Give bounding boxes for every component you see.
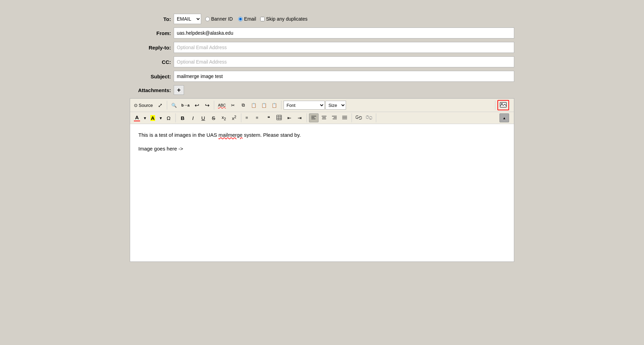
font-color-underline	[134, 121, 140, 121]
italic-icon: I	[192, 115, 194, 121]
redo-button[interactable]: ↪	[202, 101, 212, 110]
strikethrough-icon: S	[212, 115, 215, 121]
skip-duplicates-label[interactable]: Skip any duplicates	[260, 16, 308, 22]
align-right-button[interactable]	[330, 113, 339, 122]
size-select[interactable]: Size	[325, 101, 346, 110]
replace-button[interactable]: b→a	[180, 101, 191, 110]
from-label: From:	[130, 30, 171, 36]
find-button[interactable]: 🔍	[169, 101, 179, 110]
recipient-type-group: Banner ID Email	[205, 16, 256, 22]
scroll-up-button[interactable]: ▲	[499, 113, 509, 122]
scroll-group: ▲	[499, 113, 511, 122]
redo-icon: ↪	[205, 102, 209, 109]
bold-button[interactable]: B	[178, 113, 187, 122]
font-color-group: A ▾ A ▾ Ω	[132, 113, 176, 122]
align-left-icon	[311, 115, 317, 121]
highlight-color-dropdown[interactable]: ▾	[158, 113, 163, 122]
from-row: From: uas.helpdesk@alaska.edu	[130, 27, 514, 38]
undo-icon: ↩	[195, 102, 199, 109]
cut-button[interactable]: ✂	[228, 101, 238, 110]
reply-to-label: Reply-to:	[130, 45, 171, 51]
unlink-icon	[366, 115, 372, 121]
font-select[interactable]: Font	[284, 101, 325, 110]
superscript-button[interactable]: x2	[229, 113, 239, 122]
paste-button[interactable]: 📋	[249, 101, 258, 110]
svg-line-22	[367, 115, 371, 120]
font-color-dropdown[interactable]: ▾	[142, 113, 147, 122]
email-radio-label[interactable]: Email	[238, 16, 256, 22]
align-center-icon	[321, 115, 327, 121]
copy-icon: ⧉	[242, 102, 245, 108]
align-left-button[interactable]	[309, 113, 319, 122]
cc-input[interactable]	[174, 56, 514, 67]
blockquote-button[interactable]: ❝	[264, 113, 274, 122]
align-justify-button[interactable]	[340, 113, 349, 122]
editor-body[interactable]: This is a test of images in the UAS mail…	[130, 124, 514, 261]
spellcheck-icon: ABC	[218, 103, 226, 107]
ordered-list-icon: ≡	[245, 115, 251, 121]
underline-button[interactable]: U	[198, 113, 208, 122]
cut-icon: ✂	[231, 103, 235, 108]
highlight-color-button[interactable]: A	[148, 113, 158, 122]
bold-icon: B	[181, 115, 185, 121]
indent-icon: ⇥	[298, 115, 302, 121]
subscript-button[interactable]: x2	[219, 113, 229, 122]
source-group: ⊙ Source ⤢	[132, 101, 167, 110]
image-icon	[500, 102, 507, 109]
attachments-row: Attachments: +	[130, 85, 514, 95]
italic-button[interactable]: I	[188, 113, 198, 122]
skip-duplicates-checkbox[interactable]	[260, 17, 265, 21]
special-chars-button[interactable]: Ω	[164, 113, 173, 122]
paste-word-icon: 📋	[272, 103, 277, 108]
undo-button[interactable]: ↩	[192, 101, 202, 110]
subject-row: Subject:	[130, 71, 514, 82]
list-table-group: ≡ ≡ ❝	[243, 113, 307, 122]
image-group	[497, 100, 511, 110]
unordered-list-button[interactable]: ≡	[254, 113, 263, 122]
unlink-button[interactable]	[364, 113, 374, 122]
cc-label: CC:	[130, 59, 171, 65]
subject-input[interactable]	[174, 71, 514, 82]
clipboard-group: ABC ✂ ⧉ 📋 📋 📋	[216, 101, 281, 110]
banner-id-radio-label[interactable]: Banner ID	[205, 16, 233, 22]
insert-image-button[interactable]	[497, 100, 509, 110]
highlight-icon: A	[150, 115, 156, 121]
spellcheck-button[interactable]: ABC	[216, 101, 228, 110]
add-attachment-button[interactable]: +	[174, 85, 184, 95]
to-controls: EMAIL PHONE FAX Banner ID Email Skip any…	[174, 14, 308, 24]
outdent-button[interactable]: ⇤	[285, 113, 294, 122]
banner-id-radio[interactable]	[205, 17, 210, 21]
copy-button[interactable]: ⧉	[239, 101, 248, 110]
source-label: Source	[139, 103, 153, 108]
replace-icon: b→a	[181, 103, 189, 107]
to-type-select[interactable]: EMAIL PHONE FAX	[174, 14, 201, 24]
paste-icon: 📋	[251, 103, 256, 108]
unordered-list-icon: ≡	[256, 115, 261, 121]
fullscreen-icon: ⤢	[158, 102, 162, 109]
strikethrough-button[interactable]: S	[209, 113, 218, 122]
skip-duplicates-text: Skip any duplicates	[266, 16, 308, 22]
ordered-list-button[interactable]: ≡	[243, 113, 253, 122]
align-center-button[interactable]	[319, 113, 329, 122]
cc-row: CC:	[130, 56, 514, 67]
source-button[interactable]: ⊙ Source	[132, 101, 154, 110]
source-icon: ⊙	[134, 103, 138, 108]
find-icon: 🔍	[171, 103, 177, 108]
paste-word-button[interactable]: 📋	[269, 101, 279, 110]
find-undo-group: 🔍 b→a ↩ ↪	[169, 101, 214, 110]
attachments-label: Attachments:	[130, 87, 171, 93]
rich-text-editor: ⊙ Source ⤢ 🔍 b→a ↩ ↪	[130, 98, 514, 262]
insert-table-button[interactable]	[274, 113, 284, 122]
indent-button[interactable]: ⇥	[295, 113, 304, 122]
editor-line-1: This is a test of images in the UAS mail…	[138, 131, 506, 139]
insert-link-button[interactable]	[354, 113, 364, 122]
email-compose-form: To: EMAIL PHONE FAX Banner ID Email Skip	[116, 7, 528, 269]
paste-plain-button[interactable]: 📋	[259, 101, 269, 110]
fullscreen-button[interactable]: ⤢	[155, 101, 165, 110]
font-color-button[interactable]: A	[132, 113, 142, 122]
reply-to-input[interactable]	[174, 42, 514, 53]
from-input[interactable]: uas.helpdesk@alaska.edu	[174, 27, 514, 38]
to-row: To: EMAIL PHONE FAX Banner ID Email Skip	[130, 14, 514, 24]
email-radio[interactable]	[238, 17, 243, 21]
link-group	[354, 113, 376, 122]
